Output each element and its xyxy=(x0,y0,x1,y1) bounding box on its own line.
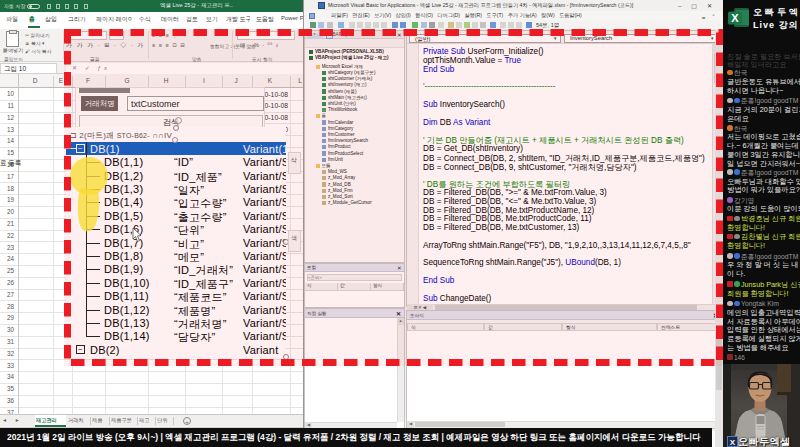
svg-text:X: X xyxy=(731,12,739,24)
